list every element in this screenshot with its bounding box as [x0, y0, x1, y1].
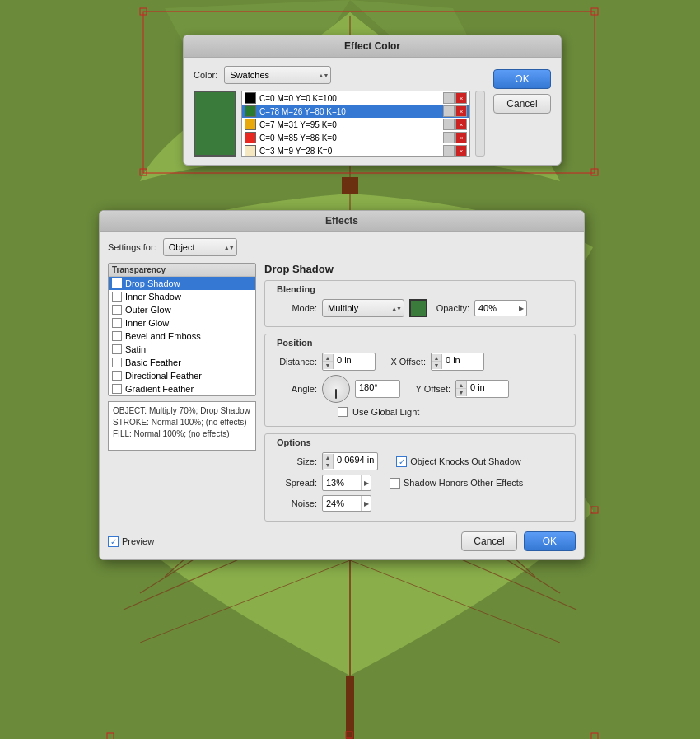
swatch-item[interactable]: C=3 M=9 Y=28 K=0× — [242, 144, 469, 157]
swatch-icons: × — [443, 92, 467, 104]
effect-name: Basic Feather — [125, 358, 181, 367]
angle-input[interactable]: 180° — [355, 380, 400, 398]
noise-arrow[interactable]: ▶ — [361, 496, 371, 511]
effect-checkbox[interactable] — [112, 371, 122, 381]
spread-arrow[interactable]: ▶ — [361, 475, 371, 490]
options-legend: Options — [270, 434, 575, 449]
effect-checkbox[interactable] — [112, 384, 122, 394]
effect-checkbox[interactable] — [112, 331, 122, 341]
effect-item[interactable]: ✓Drop Shadow — [109, 277, 255, 290]
effect-item[interactable]: Inner Glow — [109, 316, 255, 330]
shadow-honors-checkbox[interactable] — [390, 478, 400, 489]
preview-checkbox[interactable]: ✓ — [108, 536, 119, 547]
x-offset-spin-down[interactable]: ▼ — [432, 362, 441, 369]
effect-color-ok-button[interactable]: OK — [493, 69, 551, 89]
scrollbar[interactable] — [475, 91, 485, 157]
y-offset-spin-down[interactable]: ▼ — [456, 389, 466, 396]
effect-color-title: Effect Color — [344, 40, 400, 52]
use-global-light-checkbox[interactable] — [338, 407, 348, 417]
swatch-color-box — [245, 132, 256, 143]
use-global-light-label: Use Global Light — [352, 407, 419, 417]
size-input[interactable]: ▲ ▼ 0.0694 in — [322, 452, 378, 470]
size-spin-up[interactable]: ▲ — [323, 454, 333, 461]
panel-title: Drop Shadow — [264, 263, 576, 275]
swatch-item[interactable]: C=7 M=31 Y=95 K=0× — [242, 118, 469, 131]
swatch-color-box — [245, 145, 256, 157]
effect-item[interactable]: Basic Feather — [109, 356, 255, 369]
swatch-icon-1[interactable] — [443, 92, 455, 104]
swatch-name: C=78 M=26 Y=80 K=10 — [259, 107, 440, 116]
effect-checkbox[interactable] — [112, 292, 122, 302]
swatch-icon-1[interactable] — [443, 119, 455, 130]
swatch-color-box — [245, 119, 256, 130]
x-offset-spin-up[interactable]: ▲ — [432, 354, 441, 362]
swatch-icons: × — [443, 105, 467, 117]
effect-item[interactable]: Gradient Feather — [109, 382, 255, 395]
effect-checkbox[interactable] — [112, 318, 122, 328]
distance-spin-down[interactable]: ▼ — [323, 362, 333, 369]
swatch-icon-2[interactable]: × — [455, 132, 467, 143]
settings-for-label: Settings for: — [108, 242, 156, 252]
x-offset-label: X Offset: — [380, 357, 426, 367]
opacity-arrow[interactable]: ▶ — [516, 305, 526, 312]
settings-for-select[interactable]: Object — [163, 238, 237, 256]
swatches-select[interactable]: Swatches — [224, 66, 331, 84]
size-spin-down[interactable]: ▼ — [323, 461, 333, 469]
x-offset-input[interactable]: ▲ ▼ 0 in — [431, 353, 484, 371]
effects-list-header: Transparency — [109, 264, 255, 277]
swatch-icons: × — [443, 132, 467, 143]
effect-item[interactable]: Bevel and Emboss — [109, 330, 255, 343]
effect-checkbox[interactable] — [112, 344, 122, 354]
swatch-icon-1[interactable] — [443, 145, 455, 157]
swatch-color-box — [245, 105, 256, 117]
effect-checkbox[interactable]: ✓ — [112, 278, 122, 288]
swatch-item[interactable]: C=0 M=0 Y=0 K=100× — [242, 91, 469, 105]
swatch-icon-1[interactable] — [443, 105, 455, 117]
effects-ok-button[interactable]: OK — [524, 531, 576, 551]
position-section: Position Distance: ▲ ▼ 0 in X Of — [264, 334, 576, 427]
distance-spin-up[interactable]: ▲ — [323, 354, 333, 362]
swatch-icon-1[interactable] — [443, 132, 455, 143]
blending-section: Blending Mode: Multiply Opacity: — [264, 280, 576, 327]
blend-color-swatch[interactable] — [409, 299, 427, 317]
swatch-icon-2[interactable]: × — [455, 145, 467, 157]
effect-checkbox[interactable] — [112, 305, 122, 315]
effects-cancel-button[interactable]: Cancel — [461, 531, 516, 551]
object-knocks-out-checkbox[interactable]: ✓ — [396, 456, 407, 467]
distance-input[interactable]: ▲ ▼ 0 in — [322, 353, 376, 371]
swatches-list[interactable]: C=0 M=0 Y=0 K=100×C=78 M=26 Y=80 K=10×C=… — [241, 91, 470, 157]
y-offset-label: Y Offset: — [405, 384, 450, 394]
y-offset-spin-up[interactable]: ▲ — [456, 381, 466, 389]
swatch-icon-2[interactable]: × — [455, 119, 467, 130]
angle-dial[interactable] — [322, 375, 350, 403]
effect-checkbox[interactable] — [112, 358, 122, 367]
blend-mode-select[interactable]: Multiply — [322, 299, 404, 317]
svg-rect-23 — [346, 676, 354, 739]
opacity-input[interactable]: 40% ▶ — [474, 300, 527, 316]
y-offset-value: 0 in — [467, 381, 508, 397]
effect-name: Outer Glow — [125, 305, 171, 315]
swatch-icons: × — [443, 119, 467, 130]
angle-value: 180° — [356, 381, 397, 397]
effect-color-cancel-button[interactable]: Cancel — [493, 94, 551, 114]
swatch-icon-2[interactable]: × — [455, 92, 467, 104]
swatch-item[interactable]: C=0 M=85 Y=86 K=0× — [242, 131, 469, 144]
size-label: Size: — [272, 456, 317, 466]
spread-input[interactable]: 13% ▶ — [322, 475, 371, 491]
effect-item[interactable]: Satin — [109, 343, 255, 356]
distance-label: Distance: — [272, 357, 317, 367]
swatch-icon-2[interactable]: × — [455, 105, 467, 117]
y-offset-input[interactable]: ▲ ▼ 0 in — [455, 380, 509, 398]
effect-item[interactable]: Inner Shadow — [109, 290, 255, 303]
preview-label: Preview — [122, 536, 154, 546]
noise-input[interactable]: 24% ▶ — [322, 495, 371, 512]
effect-name: Satin — [125, 344, 146, 354]
noise-value: 24% — [323, 497, 361, 510]
swatch-item[interactable]: C=78 M=26 Y=80 K=10× — [242, 105, 469, 118]
mode-label: Mode: — [272, 303, 317, 313]
effect-item[interactable]: Outer Glow — [109, 303, 255, 316]
blending-legend: Blending — [270, 281, 575, 296]
swatch-name: C=7 M=31 Y=95 K=0 — [259, 120, 440, 129]
effect-item[interactable]: Directional Feather — [109, 369, 255, 382]
spread-value: 13% — [323, 476, 361, 489]
